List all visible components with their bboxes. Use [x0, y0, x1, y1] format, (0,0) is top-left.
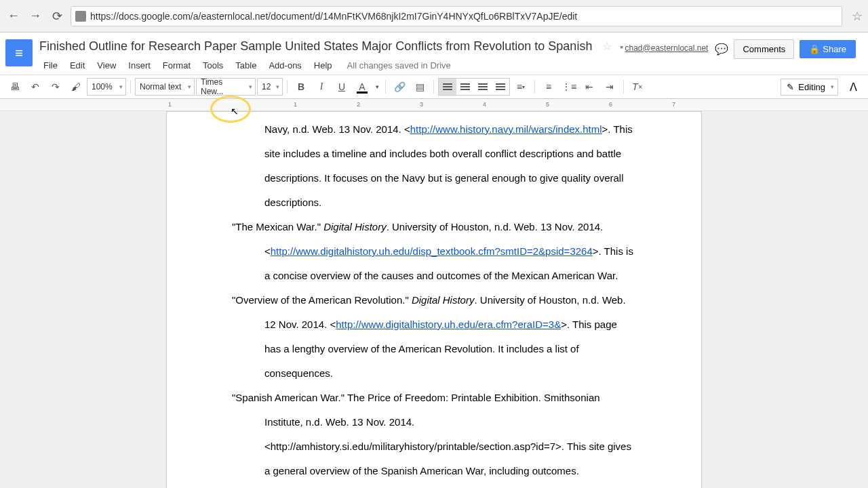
link[interactable]: http://www.digitalhistory.uh.edu/era.cfm… — [336, 319, 561, 330]
bibliography-entry[interactable]: Navy, n.d. Web. 13 Nov. 2014. <http://ww… — [232, 112, 636, 215]
menu-table[interactable]: Table — [230, 58, 262, 73]
share-button[interactable]: 🔒 Share — [800, 40, 856, 58]
chat-icon[interactable]: 💬 — [715, 43, 728, 56]
ruler-tick: 6 — [609, 101, 612, 108]
url-bar[interactable]: https://docs.google.com/a/easternlocal.n… — [71, 6, 842, 26]
decrease-indent-button[interactable]: ⇤ — [580, 77, 599, 96]
align-right-icon — [478, 83, 488, 90]
save-status: All changes saved in Drive — [347, 60, 451, 70]
bibliography-entry[interactable]: "Spanish American War." The Price of Fre… — [232, 386, 636, 483]
menu-help[interactable]: Help — [309, 58, 338, 73]
paragraph-style-select[interactable]: Normal text — [135, 78, 195, 96]
insert-comment-button[interactable]: ▤ — [410, 77, 429, 96]
menu-tools[interactable]: Tools — [197, 58, 229, 73]
share-label: Share — [823, 44, 846, 54]
menu-edit[interactable]: Edit — [64, 58, 90, 73]
ruler-tick: 1 — [294, 101, 297, 108]
align-right-button[interactable] — [474, 79, 492, 95]
line-spacing-button[interactable]: ≡▾ — [511, 77, 530, 96]
star-document-icon[interactable]: ☆ — [602, 41, 612, 52]
url-text: https://docs.google.com/a/easternlocal.n… — [90, 11, 577, 22]
align-center-icon — [460, 83, 470, 90]
print-button[interactable]: 🖶 — [5, 77, 24, 96]
separator — [385, 80, 386, 94]
bulleted-list-button[interactable]: ⋮≡ — [559, 77, 578, 96]
cursor-icon: ↖ — [231, 106, 239, 117]
increase-indent-button[interactable]: ⇥ — [600, 77, 619, 96]
ruler-tick: 3 — [420, 101, 423, 108]
bold-button[interactable]: B — [292, 77, 311, 96]
separator — [433, 80, 434, 94]
separator — [130, 80, 131, 94]
zoom-select[interactable]: 100% — [87, 78, 126, 96]
align-center-button[interactable] — [456, 79, 474, 95]
ruler-tick: 7 — [672, 101, 675, 108]
document-title[interactable]: Finished Outline for Research Paper Samp… — [38, 37, 593, 56]
align-justify-button[interactable] — [492, 79, 509, 95]
separator — [623, 80, 624, 94]
link[interactable]: http://www.history.navy.mil/wars/index.h… — [410, 123, 602, 135]
entry-text: Navy, n.d. Web. 13 Nov. 2014. < — [264, 123, 410, 135]
ruler-tick: 4 — [483, 101, 486, 108]
ruler-tick: 1 — [168, 101, 172, 108]
bookmark-star-icon[interactable]: ☆ — [852, 9, 863, 24]
insert-link-button[interactable]: 🔗 — [390, 77, 409, 96]
menu-insert[interactable]: Insert — [123, 58, 156, 73]
entry-italic: Digital History — [412, 294, 475, 306]
reload-button[interactable]: ⟳ — [49, 8, 65, 24]
collapse-toolbar-button[interactable]: ᐱ — [844, 77, 863, 96]
ruler-tick: 5 — [546, 101, 549, 108]
ruler[interactable]: 1 1 2 3 4 5 6 7 ↖ — [0, 99, 868, 111]
entry-text: "Overview of the American Revolution." — [232, 294, 412, 306]
entry-italic: Digital History — [323, 221, 387, 232]
docs-header: ≡ Finished Outline for Research Paper Sa… — [0, 33, 868, 75]
redo-button[interactable]: ↷ — [46, 77, 65, 96]
move-folder-icon[interactable]: ▪ — [620, 41, 623, 52]
page[interactable]: Navy, n.d. Web. 13 Nov. 2014. <http://ww… — [166, 111, 702, 488]
format-toolbar: 🖶 ↶ ↷ 🖌 100% Normal text Times New... 12… — [0, 75, 868, 99]
font-select[interactable]: Times New... — [196, 78, 256, 96]
user-email[interactable]: chad@easternlocal.net — [625, 43, 709, 53]
menu-format[interactable]: Format — [157, 58, 196, 73]
site-icon — [75, 11, 86, 22]
clear-formatting-button[interactable]: T✕ — [628, 77, 647, 96]
separator — [534, 80, 535, 94]
document-canvas[interactable]: Navy, n.d. Web. 13 Nov. 2014. <http://ww… — [0, 111, 868, 488]
editing-mode-label: Editing — [798, 82, 825, 92]
paint-format-button[interactable]: 🖌 — [66, 77, 85, 96]
entry-text: "The Mexican War." — [232, 221, 323, 232]
underline-button[interactable]: U — [332, 77, 351, 96]
numbered-list-button[interactable]: ≡ — [539, 77, 558, 96]
pencil-icon: ✎ — [787, 82, 794, 92]
separator — [287, 80, 288, 94]
text-color-button[interactable]: A — [353, 77, 372, 96]
italic-button[interactable]: I — [312, 77, 331, 96]
text-color-dropdown[interactable]: ▾ — [373, 77, 381, 96]
entry-text: >. This site includes a timeline and inc… — [264, 123, 633, 208]
font-size-select[interactable]: 12 — [257, 78, 283, 96]
menu-view[interactable]: View — [92, 58, 121, 73]
menu-bar: File Edit View Insert Format Tools Table… — [38, 56, 625, 75]
link[interactable]: http://www.digitalhistory.uh.edu/disp_te… — [271, 245, 593, 257]
align-left-button[interactable] — [439, 79, 456, 95]
forward-button[interactable]: → — [27, 8, 43, 24]
align-group — [438, 78, 510, 96]
editing-mode-select[interactable]: ✎ Editing — [781, 79, 838, 96]
lock-icon: 🔒 — [809, 44, 820, 54]
entry-text: "Spanish American War." The Price of Fre… — [232, 392, 631, 476]
docs-logo-icon[interactable]: ≡ — [5, 39, 33, 66]
menu-file[interactable]: File — [38, 58, 63, 73]
bibliography-entry[interactable]: "Overview of the American Revolution." D… — [232, 288, 636, 386]
back-button[interactable]: ← — [5, 8, 22, 24]
bibliography-entry[interactable]: "The Mexican War." Digital History. Univ… — [232, 215, 636, 288]
ruler-tick: 2 — [357, 101, 360, 108]
browser-toolbar: ← → ⟳ https://docs.google.com/a/easternl… — [0, 0, 868, 33]
comments-button[interactable]: Comments — [734, 39, 794, 59]
menu-addons[interactable]: Add-ons — [263, 58, 307, 73]
align-left-icon — [443, 83, 452, 90]
undo-button[interactable]: ↶ — [26, 77, 45, 96]
align-justify-icon — [496, 83, 505, 90]
